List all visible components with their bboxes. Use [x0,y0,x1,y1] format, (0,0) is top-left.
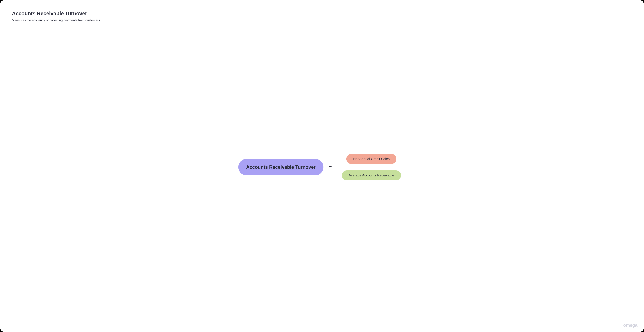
formula-fraction: Net Annual Credit Sales Average Accounts… [337,154,406,181]
brand-logo: omega [623,323,638,328]
diagram-card: Accounts Receivable Turnover Measures th… [0,0,644,332]
formula-denominator-label: Average Accounts Receivable [349,173,394,177]
formula-numerator-label: Net Annual Credit Sales [353,157,390,161]
formula-result-pill: Accounts Receivable Turnover [238,159,324,175]
formula-container: Accounts Receivable Turnover = Net Annua… [12,22,632,321]
formula-result-label: Accounts Receivable Turnover [246,164,316,170]
page-subtitle: Measures the efficiency of collecting pa… [12,18,632,22]
formula-denominator-pill: Average Accounts Receivable [342,170,401,180]
page-title: Accounts Receivable Turnover [12,11,632,17]
fraction-divider [337,167,406,167]
formula-numerator-pill: Net Annual Credit Sales [346,154,396,164]
equals-sign: = [329,164,332,170]
